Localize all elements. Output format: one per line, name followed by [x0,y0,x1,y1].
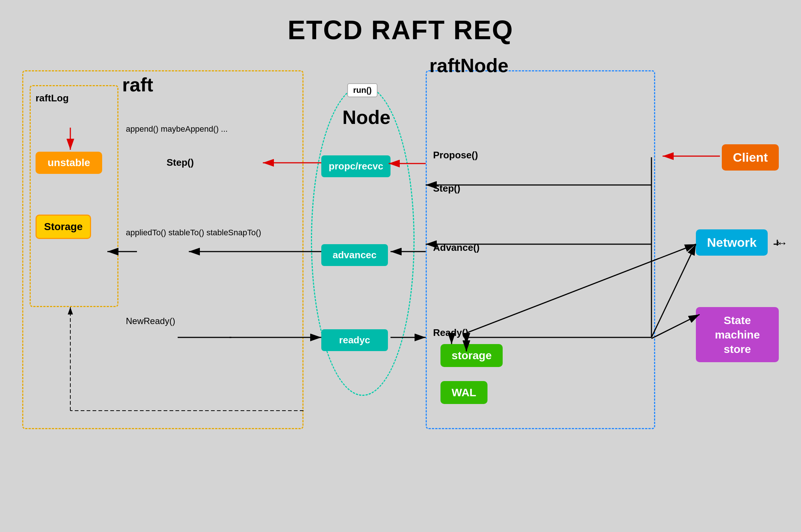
svg-line-23 [651,244,696,337]
newready-label: NewReady() [126,314,175,328]
step-label: Step() [167,155,194,170]
advance-label: Advance() [433,240,480,255]
raftnode-label: raftNode [429,51,509,80]
network-box: Network [696,229,768,256]
svg-line-26 [651,314,700,339]
run-badge: run() [347,83,378,97]
propose-label: Propose() [433,148,478,162]
ready-label: Ready() [433,326,468,340]
storage2-box: storage [440,344,503,367]
advancec-button: advancec [321,244,388,266]
node-label: Node [342,103,391,132]
state-machine-box: State machinestore [696,307,779,362]
readyc-button: readyc [321,329,388,351]
propc-button: propc/recvc [321,155,391,177]
unstable-box: unstable [36,152,102,174]
step-label2: Step() [433,181,460,196]
applied-methods-label: appliedTo() stableTo() stableSnapTo() [126,226,261,239]
raft-label: raft [122,70,153,99]
append-methods-label: append() maybeAppend() ... [126,122,228,136]
wal-box: WAL [440,381,487,404]
raftlog-box [30,85,118,307]
raftlog-label: raftLog [36,91,69,105]
storage-box: Storage [36,215,91,239]
page-title: ETCD RAFT REQ [0,0,801,45]
network-double-arrow: ↔ [777,237,788,249]
client-box: Client [722,144,779,171]
